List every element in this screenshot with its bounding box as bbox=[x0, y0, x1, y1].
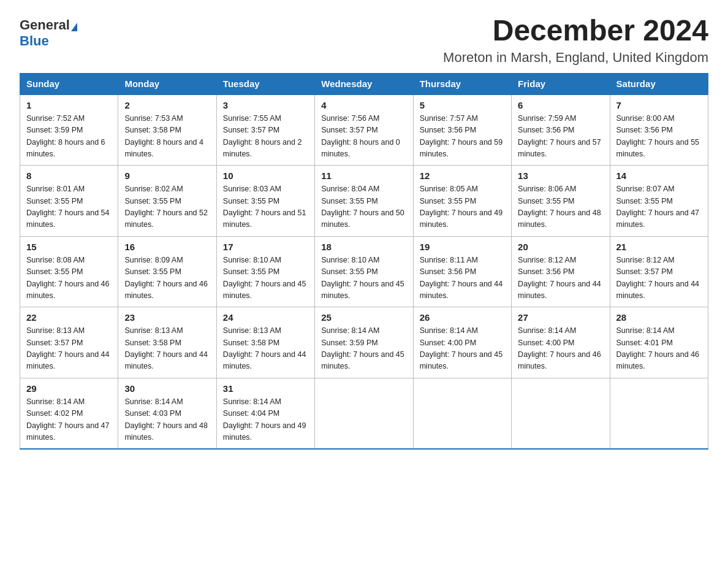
day-info: Sunrise: 8:00 AMSunset: 3:56 PMDaylight:… bbox=[616, 113, 702, 161]
day-number: 15 bbox=[26, 242, 112, 252]
day-info: Sunrise: 8:02 AMSunset: 3:55 PMDaylight:… bbox=[124, 183, 210, 231]
day-number: 12 bbox=[420, 170, 505, 181]
table-row: 26Sunrise: 8:14 AMSunset: 4:00 PMDayligh… bbox=[413, 307, 511, 378]
table-row bbox=[610, 378, 708, 449]
logo-triangle-icon bbox=[71, 23, 77, 31]
calendar-table: Sunday Monday Tuesday Wednesday Thursday… bbox=[20, 73, 708, 450]
day-info: Sunrise: 7:55 AMSunset: 3:57 PMDaylight:… bbox=[223, 113, 308, 161]
day-info: Sunrise: 8:10 AMSunset: 3:55 PMDaylight:… bbox=[321, 255, 406, 302]
table-row: 2Sunrise: 7:53 AMSunset: 3:58 PMDaylight… bbox=[118, 94, 216, 166]
day-number: 17 bbox=[223, 242, 308, 252]
table-row: 29Sunrise: 8:14 AMSunset: 4:02 PMDayligh… bbox=[20, 378, 118, 449]
logo-blue: Blue bbox=[20, 33, 49, 49]
header-wednesday: Wednesday bbox=[315, 73, 413, 94]
table-row: 23Sunrise: 8:13 AMSunset: 3:58 PMDayligh… bbox=[118, 307, 216, 378]
calendar-week-3: 15Sunrise: 8:08 AMSunset: 3:55 PMDayligh… bbox=[20, 236, 708, 307]
table-row bbox=[315, 378, 413, 449]
table-row: 9Sunrise: 8:02 AMSunset: 3:55 PMDaylight… bbox=[118, 166, 216, 237]
table-row: 22Sunrise: 8:13 AMSunset: 3:57 PMDayligh… bbox=[20, 307, 118, 378]
table-row: 28Sunrise: 8:14 AMSunset: 4:01 PMDayligh… bbox=[610, 307, 708, 378]
table-row: 24Sunrise: 8:13 AMSunset: 3:58 PMDayligh… bbox=[216, 307, 314, 378]
day-number: 27 bbox=[518, 312, 603, 323]
logo-general: General bbox=[20, 17, 70, 33]
table-row: 7Sunrise: 8:00 AMSunset: 3:56 PMDaylight… bbox=[610, 94, 708, 166]
table-row bbox=[413, 378, 511, 449]
day-number: 22 bbox=[26, 312, 112, 323]
day-info: Sunrise: 7:56 AMSunset: 3:57 PMDaylight:… bbox=[321, 113, 406, 161]
day-info: Sunrise: 8:01 AMSunset: 3:55 PMDaylight:… bbox=[26, 183, 112, 231]
calendar-body: 1Sunrise: 7:52 AMSunset: 3:59 PMDaylight… bbox=[20, 94, 708, 450]
day-info: Sunrise: 8:12 AMSunset: 3:57 PMDaylight:… bbox=[616, 255, 702, 302]
table-row: 31Sunrise: 8:14 AMSunset: 4:04 PMDayligh… bbox=[216, 378, 314, 449]
day-number: 31 bbox=[223, 383, 308, 394]
day-number: 7 bbox=[616, 100, 702, 110]
day-number: 13 bbox=[518, 170, 603, 181]
day-info: Sunrise: 8:12 AMSunset: 3:56 PMDaylight:… bbox=[518, 255, 603, 302]
day-info: Sunrise: 8:09 AMSunset: 3:55 PMDaylight:… bbox=[124, 255, 210, 302]
table-row: 25Sunrise: 8:14 AMSunset: 3:59 PMDayligh… bbox=[315, 307, 413, 378]
logo: General Blue bbox=[20, 15, 77, 49]
day-info: Sunrise: 8:14 AMSunset: 4:00 PMDaylight:… bbox=[420, 325, 505, 373]
day-number: 9 bbox=[124, 170, 210, 181]
day-info: Sunrise: 8:10 AMSunset: 3:55 PMDaylight:… bbox=[223, 255, 308, 302]
table-row: 12Sunrise: 8:05 AMSunset: 3:55 PMDayligh… bbox=[413, 166, 511, 237]
calendar-header: Sunday Monday Tuesday Wednesday Thursday… bbox=[20, 73, 708, 94]
day-number: 24 bbox=[223, 312, 308, 323]
page-header: General Blue December 2024 Moreton in Ma… bbox=[20, 15, 708, 66]
day-number: 10 bbox=[223, 170, 308, 181]
day-number: 11 bbox=[321, 170, 406, 181]
day-info: Sunrise: 8:03 AMSunset: 3:55 PMDaylight:… bbox=[223, 183, 308, 231]
header-friday: Friday bbox=[512, 73, 610, 94]
calendar-week-5: 29Sunrise: 8:14 AMSunset: 4:02 PMDayligh… bbox=[20, 378, 708, 449]
day-number: 21 bbox=[616, 242, 702, 252]
table-row: 30Sunrise: 8:14 AMSunset: 4:03 PMDayligh… bbox=[118, 378, 216, 449]
header-tuesday: Tuesday bbox=[216, 73, 314, 94]
day-info: Sunrise: 8:04 AMSunset: 3:55 PMDaylight:… bbox=[321, 183, 406, 231]
day-number: 30 bbox=[124, 383, 210, 394]
day-info: Sunrise: 8:05 AMSunset: 3:55 PMDaylight:… bbox=[420, 183, 505, 231]
table-row: 6Sunrise: 7:59 AMSunset: 3:56 PMDaylight… bbox=[512, 94, 610, 166]
day-number: 26 bbox=[420, 312, 505, 323]
day-number: 14 bbox=[616, 170, 702, 181]
header-monday: Monday bbox=[118, 73, 216, 94]
day-number: 3 bbox=[223, 100, 308, 110]
header-thursday: Thursday bbox=[413, 73, 511, 94]
table-row: 21Sunrise: 8:12 AMSunset: 3:57 PMDayligh… bbox=[610, 236, 708, 307]
table-row: 4Sunrise: 7:56 AMSunset: 3:57 PMDaylight… bbox=[315, 94, 413, 166]
day-number: 23 bbox=[124, 312, 210, 323]
calendar-week-2: 8Sunrise: 8:01 AMSunset: 3:55 PMDaylight… bbox=[20, 166, 708, 237]
day-info: Sunrise: 7:52 AMSunset: 3:59 PMDaylight:… bbox=[26, 113, 112, 161]
title-block: December 2024 Moreton in Marsh, England,… bbox=[443, 15, 708, 66]
day-number: 16 bbox=[124, 242, 210, 252]
logo-text: General bbox=[20, 17, 77, 33]
day-number: 4 bbox=[321, 100, 406, 110]
table-row: 15Sunrise: 8:08 AMSunset: 3:55 PMDayligh… bbox=[20, 236, 118, 307]
day-info: Sunrise: 8:08 AMSunset: 3:55 PMDaylight:… bbox=[26, 255, 112, 302]
day-info: Sunrise: 7:53 AMSunset: 3:58 PMDaylight:… bbox=[124, 113, 210, 161]
day-number: 2 bbox=[124, 100, 210, 110]
calendar-header-row: Sunday Monday Tuesday Wednesday Thursday… bbox=[20, 73, 708, 94]
day-number: 28 bbox=[616, 312, 702, 323]
day-number: 5 bbox=[420, 100, 505, 110]
table-row: 16Sunrise: 8:09 AMSunset: 3:55 PMDayligh… bbox=[118, 236, 216, 307]
table-row: 1Sunrise: 7:52 AMSunset: 3:59 PMDaylight… bbox=[20, 94, 118, 166]
day-info: Sunrise: 8:11 AMSunset: 3:56 PMDaylight:… bbox=[420, 255, 505, 302]
day-info: Sunrise: 8:14 AMSunset: 3:59 PMDaylight:… bbox=[321, 325, 406, 373]
calendar-week-4: 22Sunrise: 8:13 AMSunset: 3:57 PMDayligh… bbox=[20, 307, 708, 378]
day-number: 29 bbox=[26, 383, 112, 394]
table-row: 3Sunrise: 7:55 AMSunset: 3:57 PMDaylight… bbox=[216, 94, 314, 166]
day-number: 1 bbox=[26, 100, 112, 110]
table-row: 18Sunrise: 8:10 AMSunset: 3:55 PMDayligh… bbox=[315, 236, 413, 307]
table-row: 20Sunrise: 8:12 AMSunset: 3:56 PMDayligh… bbox=[512, 236, 610, 307]
header-sunday: Sunday bbox=[20, 73, 118, 94]
day-number: 6 bbox=[518, 100, 603, 110]
table-row: 27Sunrise: 8:14 AMSunset: 4:00 PMDayligh… bbox=[512, 307, 610, 378]
day-number: 25 bbox=[321, 312, 406, 323]
day-number: 19 bbox=[420, 242, 505, 252]
table-row: 14Sunrise: 8:07 AMSunset: 3:55 PMDayligh… bbox=[610, 166, 708, 237]
day-info: Sunrise: 7:57 AMSunset: 3:56 PMDaylight:… bbox=[420, 113, 505, 161]
header-saturday: Saturday bbox=[610, 73, 708, 94]
day-info: Sunrise: 7:59 AMSunset: 3:56 PMDaylight:… bbox=[518, 113, 603, 161]
day-info: Sunrise: 8:14 AMSunset: 4:03 PMDaylight:… bbox=[124, 396, 210, 444]
table-row: 17Sunrise: 8:10 AMSunset: 3:55 PMDayligh… bbox=[216, 236, 314, 307]
